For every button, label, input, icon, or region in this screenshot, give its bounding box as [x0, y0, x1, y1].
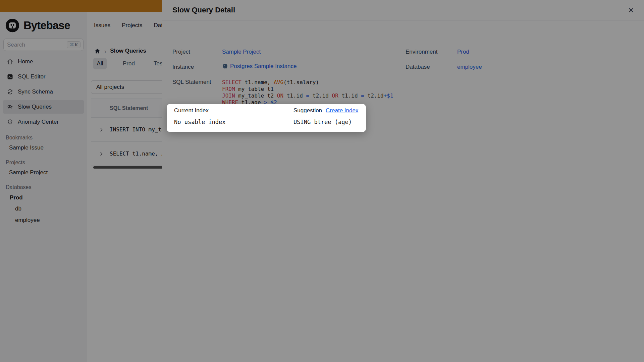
- suggestion-row: Suggestion Create Index: [293, 107, 358, 114]
- index-suggestion-popover: Current Index No usable index Suggestion…: [167, 104, 366, 132]
- suggestion-label: Suggestion: [293, 107, 322, 114]
- current-index-value: No usable index: [174, 119, 226, 125]
- screen: Bytebase ⌘ K Home SQL Editor: [0, 0, 644, 362]
- suggestion-value: USING btree (age): [293, 119, 352, 125]
- current-index-label: Current Index: [174, 107, 209, 114]
- dim-overlay[interactable]: [0, 0, 644, 362]
- create-index-link[interactable]: Create Index: [326, 107, 358, 114]
